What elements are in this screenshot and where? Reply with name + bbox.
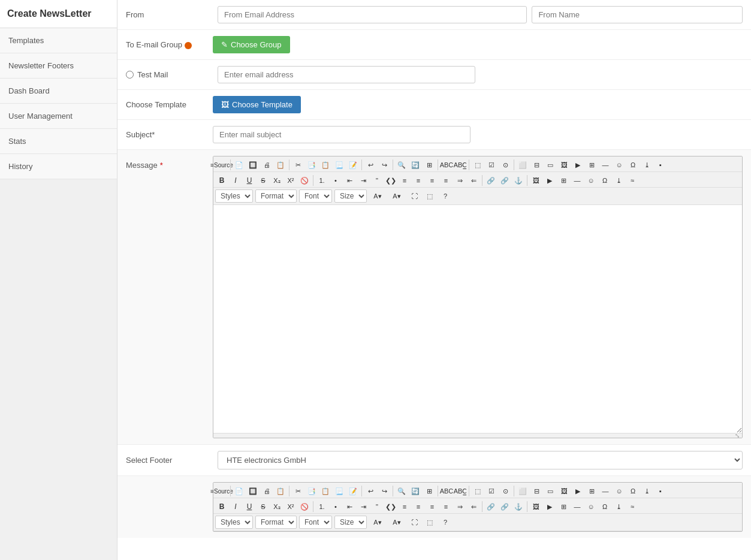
print-btn[interactable]: 🖨: [260, 158, 273, 171]
footer-font-color-btn[interactable]: A▾: [369, 516, 386, 529]
hline-btn[interactable]: —: [599, 158, 612, 171]
sidebar-item-user-management[interactable]: User Management: [0, 104, 117, 129]
remove-format-btn[interactable]: 🚫: [298, 174, 311, 187]
footer-redo-btn[interactable]: ↪: [378, 484, 391, 498]
img2-btn[interactable]: 🖼: [529, 174, 542, 187]
link-btn[interactable]: 🔗: [484, 174, 497, 187]
footer-smiley2-btn[interactable]: ☺: [584, 500, 598, 513]
footer-table-btn[interactable]: ⊞: [585, 484, 598, 498]
footer-align-left-btn[interactable]: ≡: [398, 500, 411, 513]
footer-iframe-btn[interactable]: ▪: [654, 484, 667, 498]
footer-checkbox-btn[interactable]: ☑: [485, 484, 498, 498]
paste-btn[interactable]: 📋: [319, 158, 332, 171]
form-btn[interactable]: ⬚: [471, 158, 484, 171]
outdent-btn[interactable]: ⇤: [343, 174, 356, 187]
footer-special-btn[interactable]: Ω: [626, 484, 640, 498]
footer-flash2-btn[interactable]: ▶: [543, 500, 556, 513]
footer-size-select[interactable]: Size: [334, 516, 367, 529]
footer-table2-btn[interactable]: ⊞: [557, 500, 570, 513]
align-justify-btn[interactable]: ≡: [439, 174, 453, 187]
footer-blockquote-btn[interactable]: ": [370, 500, 384, 513]
image-btn[interactable]: 🖼: [557, 158, 571, 171]
footer-styles-select[interactable]: Styles: [215, 516, 253, 529]
choose-group-button[interactable]: ✎ Choose Group: [213, 36, 290, 53]
footer-anchor-btn[interactable]: ⚓: [512, 500, 525, 513]
footer-styles2-btn[interactable]: ≈: [626, 500, 639, 513]
unordered-list-btn[interactable]: •: [329, 174, 342, 187]
footer-about-btn[interactable]: ?: [439, 516, 452, 529]
footer-ltr-btn[interactable]: ⇒: [453, 500, 466, 513]
footer-link-btn[interactable]: 🔗: [484, 500, 497, 513]
footer-font-select[interactable]: Font: [299, 516, 332, 529]
footer-paste-btn[interactable]: 📋: [319, 484, 332, 498]
footer-copy-btn[interactable]: 📑: [305, 484, 318, 498]
footer-source-btn[interactable]: ≡ Source: [215, 484, 228, 498]
align-right-btn[interactable]: ≡: [426, 174, 439, 187]
special2-btn[interactable]: Ω: [598, 174, 611, 187]
footer-outdent-btn[interactable]: ⇤: [343, 500, 356, 513]
ordered-list-btn[interactable]: 1.: [315, 174, 328, 187]
footer-paste-word-btn[interactable]: 📝: [346, 484, 360, 498]
footer-img2-btn[interactable]: 🖼: [529, 500, 542, 513]
paste-text-btn[interactable]: 📃: [333, 158, 346, 171]
spell2-btn[interactable]: ABC̲: [454, 158, 467, 171]
sidebar-item-history[interactable]: History: [0, 154, 117, 179]
footer-ol-btn[interactable]: 1.: [315, 500, 328, 513]
bidi-rtl-btn[interactable]: ⇐: [467, 174, 480, 187]
footer-paste-text-btn[interactable]: 📃: [333, 484, 346, 498]
footer-maximize-btn[interactable]: ⛶: [408, 516, 421, 529]
underline-btn[interactable]: U: [243, 174, 256, 187]
footer-image-btn[interactable]: 🖼: [557, 484, 571, 498]
bg-color-btn[interactable]: A▾: [388, 189, 405, 203]
sidebar-item-dashboard[interactable]: Dash Board: [0, 79, 117, 104]
new-page-btn[interactable]: 📄: [233, 158, 246, 171]
table2-btn[interactable]: ⊞: [557, 174, 570, 187]
smiley-btn[interactable]: ☺: [613, 158, 626, 171]
superscript-btn[interactable]: X²: [284, 174, 297, 187]
div-btn[interactable]: ❮❯: [384, 174, 397, 187]
footer-smiley-btn[interactable]: ☺: [613, 484, 626, 498]
bold-btn[interactable]: B: [215, 174, 228, 187]
about-btn[interactable]: ?: [439, 189, 452, 203]
footer-cut-btn[interactable]: ✂: [291, 484, 304, 498]
iframe-btn[interactable]: ▪: [654, 158, 667, 171]
source-btn[interactable]: ≡ Source: [215, 158, 228, 171]
footer-show-blocks-btn[interactable]: ⬚: [423, 516, 436, 529]
input-btn[interactable]: ▭: [544, 158, 557, 171]
find-btn[interactable]: 🔍: [395, 158, 408, 171]
hline2-btn[interactable]: —: [571, 174, 584, 187]
footer-unlink-btn[interactable]: 🔗: [498, 500, 511, 513]
footer-templates-btn[interactable]: 📋: [274, 484, 287, 498]
styles-select[interactable]: Styles: [215, 189, 253, 203]
footer-format-select[interactable]: Format: [255, 516, 297, 529]
pagebreak-btn[interactable]: ⤓: [640, 158, 653, 171]
italic-btn[interactable]: I: [229, 174, 242, 187]
footer-select2-btn[interactable]: ⊟: [530, 484, 543, 498]
footer-spell2-btn[interactable]: ABC̲: [454, 484, 467, 498]
from-name-input[interactable]: [532, 6, 743, 23]
indent-btn[interactable]: ⇥: [357, 174, 370, 187]
footer-spell-btn[interactable]: ABC: [440, 484, 453, 498]
footer-align-right-btn[interactable]: ≡: [426, 500, 439, 513]
sidebar-item-newsletter-footers[interactable]: Newsletter Footers: [0, 53, 117, 79]
unlink-btn[interactable]: 🔗: [498, 174, 511, 187]
flash2-btn[interactable]: ▶: [543, 174, 556, 187]
footer-bold-btn[interactable]: B: [215, 500, 228, 513]
special-char-btn[interactable]: Ω: [626, 158, 640, 171]
footer-select[interactable]: HTE electronics GmbH: [218, 451, 743, 469]
footer-find-btn[interactable]: 🔍: [395, 484, 408, 498]
textarea-btn[interactable]: ⬜: [516, 158, 529, 171]
select-btn[interactable]: ⊟: [530, 158, 543, 171]
footer-italic-btn[interactable]: I: [229, 500, 242, 513]
pagebreak2-btn[interactable]: ⤓: [612, 174, 625, 187]
spell-btn[interactable]: ABC: [440, 158, 453, 171]
preview-btn[interactable]: 🔲: [246, 158, 260, 171]
flash-btn[interactable]: ▶: [571, 158, 584, 171]
sidebar-item-templates[interactable]: Templates: [0, 28, 117, 53]
paste-word-btn[interactable]: 📝: [346, 158, 360, 171]
footer-preview-btn[interactable]: 🔲: [246, 484, 260, 498]
styles2-btn[interactable]: ≈: [626, 174, 639, 187]
footer-print-btn[interactable]: 🖨: [260, 484, 273, 498]
undo-btn[interactable]: ↩: [364, 158, 377, 171]
subject-input[interactable]: [213, 126, 470, 143]
